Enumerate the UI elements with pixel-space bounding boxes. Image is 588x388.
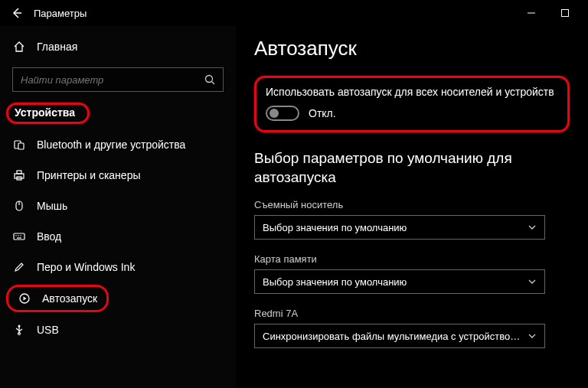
window-title: Параметры	[34, 8, 87, 19]
sidebar-item-label: Главная	[37, 41, 77, 53]
sidebar-item-home[interactable]: Главная	[0, 32, 236, 61]
sidebar-item-bluetooth[interactable]: Bluetooth и другие устройства	[0, 130, 236, 159]
toggle-label: Использовать автозапуск для всех носител…	[266, 86, 557, 98]
chevron-down-icon	[528, 277, 537, 286]
sidebar-item-label: Мышь	[37, 200, 67, 212]
chevron-down-icon	[528, 331, 537, 341]
sidebar-item-autoplay[interactable]: Автозапуск	[6, 285, 109, 312]
sidebar-item-label: Bluetooth и другие устройства	[37, 139, 185, 151]
sidebar-item-label: Ввод	[37, 230, 61, 243]
svg-rect-8	[17, 171, 21, 174]
field-label: Redmi 7A	[254, 308, 570, 319]
sidebar-item-label: Автозапуск	[42, 292, 97, 305]
sidebar-item-mouse[interactable]: Мышь	[0, 191, 236, 220]
pen-icon	[12, 260, 26, 274]
sidebar-item-label: Принтеры и сканеры	[37, 169, 140, 181]
maximize-button[interactable]	[548, 2, 582, 24]
select-value: Выбор значения по умолчанию	[263, 222, 521, 233]
field-removable: Съемный носитель Выбор значения по умолч…	[254, 199, 570, 240]
content-area: Автозапуск Использовать автозапуск для в…	[236, 26, 588, 388]
svg-rect-12	[14, 233, 24, 240]
page-title: Автозапуск	[254, 37, 570, 60]
sidebar-section-devices: Устройства	[6, 103, 90, 124]
search-input[interactable]	[13, 74, 197, 86]
select-memorycard[interactable]: Выбор значения по умолчанию	[254, 269, 545, 294]
titlebar: Параметры	[0, 0, 588, 26]
sidebar-item-label: Перо и Windows Ink	[37, 261, 135, 273]
svg-line-4	[212, 82, 215, 85]
minimize-button[interactable]	[514, 2, 548, 24]
autoplay-icon	[18, 292, 31, 305]
select-value: Выбор значения по умолчанию	[263, 276, 521, 288]
svg-rect-6	[18, 143, 24, 149]
field-redmi7a: Redmi 7A Синхронизировать файлы мультиме…	[254, 308, 570, 348]
autoplay-toggle-block: Использовать автозапуск для всех носител…	[254, 76, 570, 132]
field-label: Карта памяти	[254, 253, 570, 265]
svg-rect-7	[15, 174, 24, 178]
sidebar-item-usb[interactable]: USB	[0, 315, 236, 344]
search-box[interactable]	[12, 67, 224, 92]
sidebar-item-label: USB	[37, 324, 59, 336]
minimize-icon	[528, 9, 535, 17]
select-value: Синхронизировать файлы мультимедиа с уст…	[263, 331, 521, 342]
sidebar-item-pen[interactable]: Перо и Windows Ink	[0, 253, 236, 282]
svg-point-3	[206, 76, 213, 83]
search-button[interactable]	[197, 68, 223, 91]
arrow-left-icon	[11, 7, 23, 19]
printer-icon	[12, 168, 26, 182]
toggle-knob-icon	[270, 109, 279, 118]
svg-point-19	[18, 325, 21, 328]
sidebar-item-typing[interactable]: Ввод	[0, 222, 236, 251]
field-memorycard: Карта памяти Выбор значения по умолчанию	[254, 253, 570, 294]
svg-rect-2	[562, 10, 569, 17]
maximize-icon	[561, 9, 569, 17]
search-icon	[204, 74, 215, 85]
select-redmi7a[interactable]: Синхронизировать файлы мультимедиа с уст…	[254, 324, 545, 348]
toggle-state: Откл.	[309, 107, 336, 119]
usb-icon	[12, 323, 26, 337]
keyboard-icon	[12, 230, 26, 243]
sidebar-item-printers[interactable]: Принтеры и сканеры	[0, 161, 236, 190]
field-label: Съемный носитель	[254, 199, 570, 210]
chevron-down-icon	[528, 223, 537, 232]
select-removable[interactable]: Выбор значения по умолчанию	[254, 215, 545, 240]
devices-icon	[12, 138, 26, 152]
autoplay-toggle[interactable]	[266, 106, 299, 121]
section-subhead: Выбор параметров по умолчанию для автоза…	[254, 149, 570, 187]
sidebar: Главная Устройства Bluetooth и другие ус…	[0, 26, 236, 388]
home-icon	[12, 40, 26, 54]
mouse-icon	[12, 199, 26, 213]
back-button[interactable]	[6, 2, 28, 24]
